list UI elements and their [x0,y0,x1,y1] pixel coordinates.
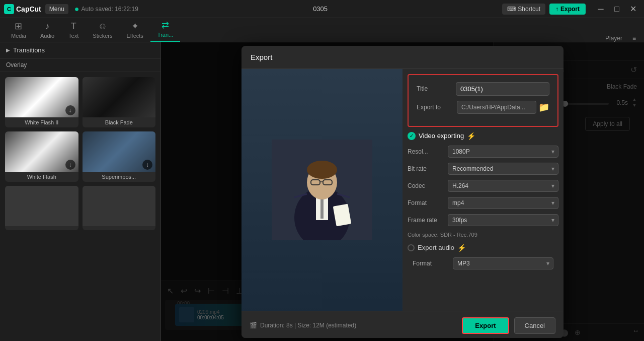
audio-format-label: Format [413,260,453,267]
app-logo: C CapCut [4,4,41,14]
export-icon-top: ↑ [555,6,558,13]
resolution-select-wrapper: 720P 1080P 2K 4K [448,146,558,158]
modal-form-area: Title Export to C:/Users/HP/AppData... 📁 [403,69,564,311]
title-field-label: Title [417,85,456,92]
tab-stickers-label: Stickers [93,33,112,39]
format-row: Format mp4 mov avi mkv [403,194,564,212]
export-form: Title Export to C:/Users/HP/AppData... 📁 [408,74,558,127]
codec-row: Codec H.264 H.265 VP9 [403,177,564,194]
list-item[interactable]: ↓ Superimpos... [83,131,156,182]
logo-icon: C [4,4,14,14]
format-select[interactable]: mp4 mov avi mkv [448,197,558,209]
color-space: Color space: SDR - Rec.709 [403,229,564,241]
autosave-dot: ● [74,5,79,14]
media-icon: ⊞ [15,21,22,32]
transition-thumb-gray2 [83,186,156,226]
export-modal-button[interactable]: Export [462,317,509,334]
transition-thumb-black-fade [83,77,156,117]
codec-select-wrapper: H.264 H.265 VP9 [448,180,558,192]
audio-info-icon[interactable]: ⚡ [457,244,466,252]
resolution-select[interactable]: 720P 1080P 2K 4K [448,146,558,158]
list-item[interactable]: ↓ White Flash [5,131,78,182]
export-modal: Export [242,46,564,338]
folder-browse-button[interactable]: 📁 [538,102,549,113]
svg-point-5 [307,161,337,179]
audio-icon: ♪ [45,21,50,32]
framerate-select[interactable]: 24fps 25fps 30fps 60fps [448,214,558,226]
minimize-button[interactable]: ─ [594,2,608,16]
tab-media-label: Media [11,33,26,39]
player-menu-icon: ≡ [628,35,640,42]
main-layout: ▶ Transitions Overlay ↓ White Flash II B… [0,42,644,341]
preview-image [242,69,403,311]
tab-effects-label: Effects [126,33,143,39]
audio-format-select-wrapper: MP3 AAC WAV [453,257,553,269]
framerate-row: Frame rate 24fps 25fps 30fps 60fps [403,212,564,229]
transition-name: White Flash [5,172,78,182]
modal-overlay: Export [161,42,644,341]
maximize-button[interactable]: □ [610,2,624,16]
transition-thumb-gray1 [5,186,78,226]
tab-audio[interactable]: ♪ Audio [33,18,61,42]
film-icon: 🎬 [250,322,257,329]
bitrate-row: Bit rate Recommended Low Medium High [403,160,564,177]
format-label: Format [408,199,448,207]
resolution-row: Resol... 720P 1080P 2K 4K [403,143,564,160]
transition-name: White Flash II [5,117,78,127]
bitrate-select[interactable]: Recommended Low Medium High [448,163,558,175]
shortcut-button[interactable]: ⌨ Shortcut [502,4,545,15]
panel-arrow: ▶ [6,47,10,53]
list-item[interactable]: Black Fade [83,77,156,127]
tab-text[interactable]: T Text [61,18,86,42]
audio-checkbox[interactable] [408,244,415,251]
tab-stickers[interactable]: ☺ Stickers [86,18,119,42]
tab-transitions[interactable]: ⇄ Tran... [150,17,180,42]
export-button-top[interactable]: ↑ Export [549,4,586,15]
audio-header: Export audio ⚡ [408,244,558,252]
video-section-label: Video exporting [419,132,464,140]
list-item[interactable] [5,186,78,230]
transition-name [83,226,156,230]
topbar-right: ⌨ Shortcut ↑ Export ─ □ ✕ [502,2,640,16]
menu-button[interactable]: Menu [45,4,68,14]
modal-preview [242,69,403,311]
nav-tabs: ⊞ Media ♪ Audio T Text ☺ Stickers ✦ Effe… [0,18,644,42]
title-field[interactable] [456,82,549,96]
tab-effects[interactable]: ✦ Effects [119,18,150,42]
transitions-icon: ⇄ [162,20,169,31]
overlay-label: Overlay [0,58,160,72]
export-label-top: Export [560,6,580,13]
modal-footer: 🎬 Duration: 8s | Size: 12M (estimated) E… [242,311,564,338]
tab-transitions-label: Tran... [157,32,173,38]
autosave-text: Auto saved: 16:22:19 [81,6,138,13]
video-info-icon[interactable]: ⚡ [467,132,475,140]
export-path: C:/Users/HP/AppData... [457,101,536,114]
stickers-icon: ☺ [98,21,107,32]
check-icon: ✓ [408,132,416,140]
download-icon[interactable]: ↓ [142,160,152,170]
tab-media[interactable]: ⊞ Media [4,18,33,42]
audio-format-row: Format MP3 AAC WAV [408,255,558,272]
resolution-label: Resol... [408,148,448,155]
topbar: C CapCut Menu ● Auto saved: 16:22:19 030… [0,0,644,18]
download-icon[interactable]: ↓ [65,105,75,115]
app-name: CapCut [16,5,41,13]
audio-section-label: Export audio [418,244,454,251]
footer-buttons: Export Cancel [462,317,555,334]
project-title: 0305 [142,5,498,13]
modal-body: Title Export to C:/Users/HP/AppData... 📁 [242,69,564,311]
audio-section: Export audio ⚡ Format MP3 AAC WAV [408,244,558,272]
list-item[interactable] [83,186,156,230]
close-button[interactable]: ✕ [626,2,640,16]
window-controls: ─ □ ✕ [594,2,640,16]
list-item[interactable]: ↓ White Flash II [5,77,78,127]
modal-title: Export [242,46,564,69]
video-section-header: ✓ Video exporting ⚡ [408,132,558,140]
download-icon[interactable]: ↓ [65,160,75,170]
audio-format-select[interactable]: MP3 AAC WAV [453,257,553,269]
codec-select[interactable]: H.264 H.265 VP9 [448,180,558,192]
export-to-row: Export to C:/Users/HP/AppData... 📁 [417,101,549,114]
cancel-modal-button[interactable]: Cancel [514,317,555,334]
transition-name: Superimpos... [83,172,156,182]
keyboard-icon: ⌨ [507,6,516,13]
